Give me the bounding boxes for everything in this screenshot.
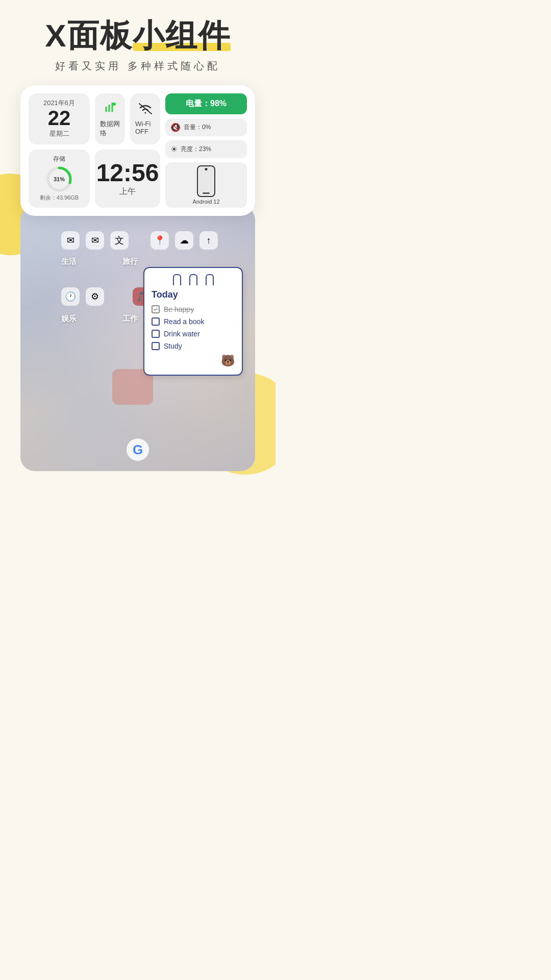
clock-time: 12:56 xyxy=(96,161,159,185)
google-g-label: G xyxy=(133,442,143,458)
header-title: X面板小组件 xyxy=(0,18,276,53)
brightness-label: 亮度：23% xyxy=(181,145,211,154)
battery-label: 电量：98% xyxy=(186,99,227,108)
clock-ampm: 上午 xyxy=(119,186,136,197)
app-icon-cloud[interactable]: ☁ xyxy=(175,231,193,250)
app-row-3: 🕐 ⚙ xyxy=(61,287,104,306)
svg-point-3 xyxy=(113,103,116,106)
wifi-icon xyxy=(138,103,153,118)
checkbox-1[interactable] xyxy=(152,305,160,313)
app-row-2: 📍 ☁ ↑ xyxy=(151,231,218,250)
storage-cell: 存储 31% 剩余：43.96GB xyxy=(29,150,90,208)
note-bear-icon: 🐻 xyxy=(152,354,235,368)
brightness-cell[interactable]: ☀ 亮度：23% xyxy=(165,140,247,158)
folder-life[interactable]: 生活 xyxy=(61,257,77,266)
storage-percent: 31% xyxy=(54,176,65,182)
note-item-4[interactable]: Study xyxy=(152,342,235,350)
wifi-label: Wi-Fi OFF xyxy=(135,120,155,135)
header: X面板小组件 好看又实用 多种样式随心配 xyxy=(0,0,276,73)
header-subtitle: 好看又实用 多种样式随心配 xyxy=(0,59,276,73)
app-icon-upload[interactable]: ↑ xyxy=(199,231,218,250)
phone-area: 2021年6月 22 星期二 数据网络 xyxy=(20,85,255,471)
folder-travel[interactable]: 旅行 xyxy=(122,257,138,266)
today-note-widget: Today Be happy Read a book Drink water S… xyxy=(143,267,243,376)
title-part1: X面板 xyxy=(45,18,132,53)
clock-cell: 12:56 上午 xyxy=(95,150,160,208)
volume-icon: 🔇 xyxy=(170,122,181,132)
google-g-button[interactable]: G xyxy=(127,438,149,461)
wifi-cell[interactable]: Wi-Fi OFF xyxy=(130,93,160,144)
date-day: 22 xyxy=(35,108,84,128)
battery-cell: 电量：98% xyxy=(165,93,247,114)
data-network-label: 数据网络 xyxy=(100,119,120,138)
note-item-text-4: Study xyxy=(164,342,182,350)
note-item-text-1: Be happy xyxy=(164,305,194,313)
folder-work[interactable]: 工作 xyxy=(122,314,138,324)
date-weekday: 星期二 xyxy=(35,129,84,138)
data-network-icon xyxy=(103,100,117,117)
brightness-icon: ☀ xyxy=(170,144,178,154)
android-phone-shape xyxy=(197,165,215,197)
app-row-1: ✉ ✉ 文 xyxy=(61,231,129,250)
note-item-text-2: Read a book xyxy=(164,317,204,326)
title-part2: 小组件 xyxy=(133,18,231,53)
storage-remaining: 剩余：43.96GB xyxy=(40,194,79,202)
app-icon-clock[interactable]: 🕐 xyxy=(61,287,80,306)
note-rings xyxy=(152,274,235,285)
app-icon-settings[interactable]: ⚙ xyxy=(86,287,104,306)
note-ring-1 xyxy=(173,274,181,285)
app-icon-wen[interactable]: 文 xyxy=(110,231,129,250)
note-ring-3 xyxy=(206,274,214,285)
storage-title: 存储 xyxy=(53,155,65,163)
folder-row-2: 娱乐 工作 xyxy=(61,314,138,324)
folder-row-1: 生活 旅行 xyxy=(61,257,138,266)
widget-grid: 2021年6月 22 星期二 数据网络 xyxy=(29,93,247,208)
note-title: Today xyxy=(152,289,235,300)
note-item-text-3: Drink water xyxy=(164,330,200,338)
volume-label: 音量：0% xyxy=(184,123,211,132)
android-label: Android 12 xyxy=(192,199,219,205)
storage-ring: 31% xyxy=(45,165,73,193)
checkbox-3[interactable] xyxy=(152,330,160,338)
app-icon-mail2[interactable]: ✉ xyxy=(86,231,104,250)
note-ring-2 xyxy=(189,274,197,285)
phone-screenshot: ✉ ✉ 文 📍 ☁ ↑ 生活 旅行 🕐 ⚙ 🎵 🎵 ✈ 娱乐 工 xyxy=(20,206,255,471)
right-column: 电量：98% 🔇 音量：0% ☀ 亮度：23% Android 12 xyxy=(165,93,247,208)
note-item-1[interactable]: Be happy xyxy=(152,305,235,313)
folder-entertainment[interactable]: 娱乐 xyxy=(61,314,77,324)
volume-cell[interactable]: 🔇 音量：0% xyxy=(165,118,247,136)
data-network-cell[interactable]: 数据网络 xyxy=(95,93,125,144)
checkbox-4[interactable] xyxy=(152,342,160,350)
android-cell: Android 12 xyxy=(165,162,247,208)
widget-card: 2021年6月 22 星期二 数据网络 xyxy=(20,85,255,216)
note-item-2[interactable]: Read a book xyxy=(152,317,235,326)
date-cell: 2021年6月 22 星期二 xyxy=(29,93,90,144)
app-icon-mail[interactable]: ✉ xyxy=(61,231,80,250)
checkbox-2[interactable] xyxy=(152,317,160,326)
note-item-3[interactable]: Drink water xyxy=(152,330,235,338)
app-icon-location[interactable]: 📍 xyxy=(151,231,169,250)
